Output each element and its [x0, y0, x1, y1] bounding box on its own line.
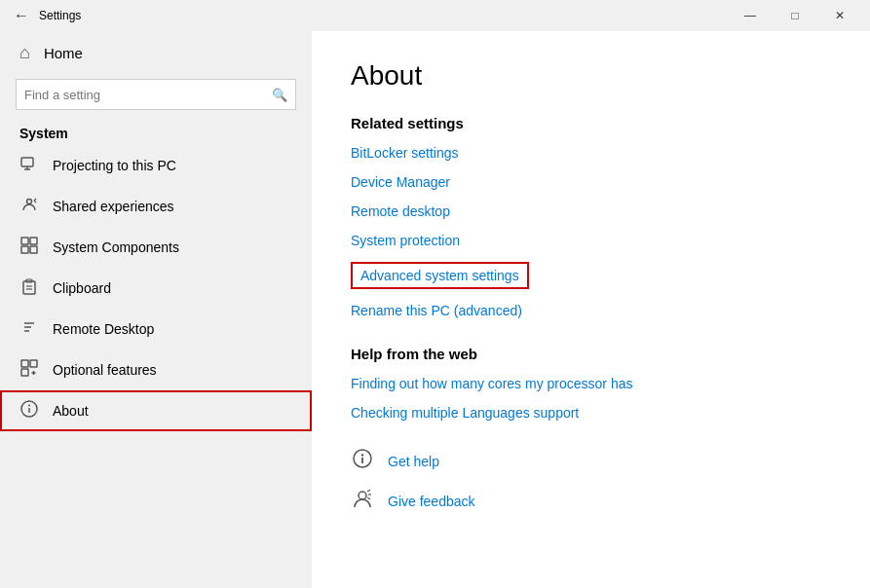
remote-icon — [19, 318, 39, 340]
minimize-button[interactable]: — — [728, 0, 773, 31]
svg-point-22 — [28, 405, 30, 407]
get-help-label: Get help — [388, 454, 439, 469]
projecting-icon — [19, 155, 39, 176]
advanced-system-link[interactable]: Advanced system settings — [351, 262, 529, 289]
sidebar-item-components[interactable]: System Components — [0, 227, 312, 268]
clipboard-label: Clipboard — [53, 280, 111, 296]
svg-line-27 — [367, 490, 370, 492]
system-section-label: System — [0, 118, 312, 145]
shared-icon — [19, 196, 39, 217]
svg-rect-6 — [21, 246, 28, 253]
help-header: Help from the web — [351, 346, 831, 362]
help-section: Help from the web Finding out how many c… — [351, 346, 831, 421]
page-title: About — [351, 60, 831, 92]
home-label: Home — [44, 45, 83, 61]
components-icon — [19, 237, 39, 258]
search-input[interactable] — [24, 88, 272, 102]
help-actions: Get help Give feedback — [351, 448, 831, 514]
about-icon — [19, 400, 39, 422]
components-label: System Components — [53, 239, 179, 255]
svg-rect-4 — [21, 238, 28, 244]
close-button[interactable]: ✕ — [817, 0, 862, 31]
search-icon: 🔍 — [272, 88, 287, 102]
cores-link[interactable]: Finding out how many cores my processor … — [351, 376, 831, 391]
back-button[interactable]: ← — [8, 2, 35, 29]
remote-label: Remote Desktop — [53, 321, 154, 337]
get-help-item[interactable]: Get help — [351, 448, 831, 474]
sidebar-item-shared[interactable]: Shared experiences — [0, 186, 312, 227]
content-area: About Related settings BitLocker setting… — [312, 31, 870, 588]
remote-desktop-link[interactable]: Remote desktop — [351, 203, 831, 219]
svg-rect-8 — [23, 281, 35, 294]
projecting-label: Projecting to this PC — [53, 158, 176, 173]
svg-rect-17 — [21, 369, 28, 376]
svg-line-29 — [367, 497, 370, 499]
optional-label: Optional features — [53, 362, 157, 378]
app-title: Settings — [39, 9, 728, 22]
give-feedback-icon — [351, 488, 374, 514]
optional-icon — [19, 359, 39, 381]
titlebar: ← Settings — □ ✕ — [0, 0, 870, 31]
give-feedback-item[interactable]: Give feedback — [351, 488, 831, 514]
system-protection-link[interactable]: System protection — [351, 233, 831, 248]
search-box[interactable]: 🔍 — [16, 79, 296, 110]
window-controls: — □ ✕ — [728, 0, 862, 31]
sidebar-item-home[interactable]: ⌂ Home — [0, 31, 312, 75]
svg-point-24 — [361, 454, 363, 456]
svg-rect-5 — [30, 238, 37, 244]
rename-pc-link[interactable]: Rename this PC (advanced) — [351, 303, 831, 318]
svg-rect-16 — [30, 360, 37, 367]
svg-rect-0 — [21, 158, 33, 166]
device-manager-link[interactable]: Device Manager — [351, 174, 831, 190]
svg-point-26 — [359, 492, 366, 499]
svg-rect-15 — [21, 360, 28, 367]
home-icon: ⌂ — [19, 43, 30, 63]
related-settings-section: Related settings BitLocker settings Devi… — [351, 115, 831, 318]
sidebar-item-about[interactable]: About — [0, 390, 312, 431]
maximize-button[interactable]: □ — [773, 0, 817, 31]
sidebar-item-clipboard[interactable]: Clipboard — [0, 268, 312, 309]
svg-point-3 — [27, 200, 32, 204]
sidebar: ⌂ Home 🔍 System Projecting to this PC — [0, 31, 312, 588]
about-label: About — [53, 403, 89, 419]
give-feedback-label: Give feedback — [388, 494, 475, 509]
clipboard-icon — [19, 277, 39, 299]
sidebar-item-remote[interactable]: Remote Desktop — [0, 309, 312, 349]
related-settings-header: Related settings — [351, 115, 831, 131]
svg-rect-7 — [30, 246, 37, 253]
bitlocker-link[interactable]: BitLocker settings — [351, 145, 831, 161]
languages-link[interactable]: Checking multiple Languages support — [351, 405, 831, 421]
main-layout: ⌂ Home 🔍 System Projecting to this PC — [0, 31, 870, 588]
sidebar-item-optional[interactable]: Optional features — [0, 349, 312, 390]
sidebar-item-projecting[interactable]: Projecting to this PC — [0, 145, 312, 186]
shared-label: Shared experiences — [53, 199, 174, 214]
get-help-icon — [351, 448, 374, 474]
